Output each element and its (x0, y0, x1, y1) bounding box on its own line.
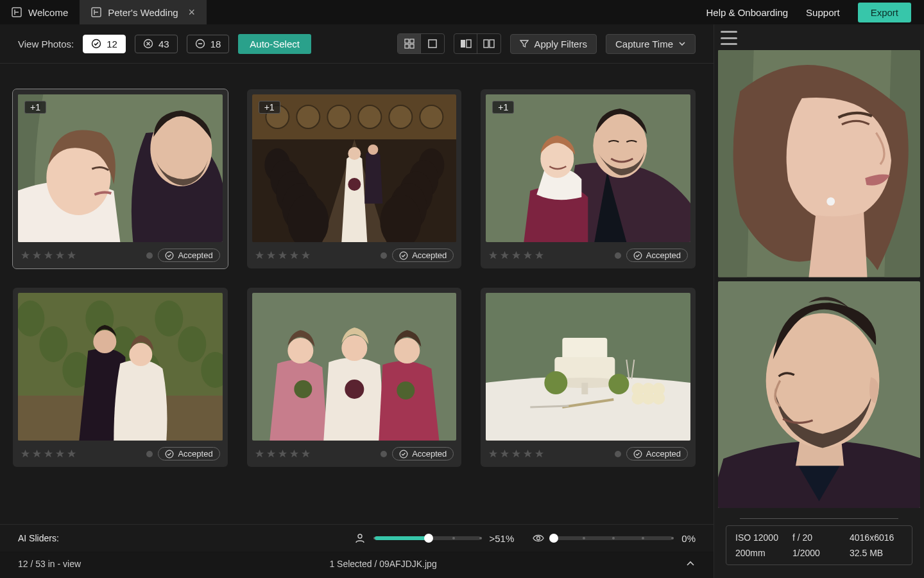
person-threshold-slider[interactable] (375, 536, 481, 540)
svg-point-56 (93, 330, 116, 353)
status-label: Accepted (412, 250, 447, 260)
photo-thumbnail[interactable]: +1 (18, 94, 223, 242)
svg-point-60 (287, 338, 313, 363)
rating-stars[interactable] (255, 449, 311, 459)
check-circle-icon (165, 251, 174, 260)
detail-image-2[interactable] (718, 281, 920, 509)
svg-point-81 (358, 534, 362, 538)
svg-point-65 (397, 381, 415, 399)
app-logo-icon (12, 7, 22, 17)
photo-card[interactable]: +1 Accepted (481, 89, 696, 268)
status-badge[interactable]: Accepted (392, 447, 454, 460)
photo-thumbnail[interactable]: +1 (252, 94, 457, 242)
svg-point-62 (341, 335, 367, 361)
check-circle-icon (91, 39, 101, 49)
meta-shutter: 1/2000 (792, 548, 846, 558)
check-circle-icon (399, 251, 408, 260)
apply-filters-label: Apply Filters (534, 39, 587, 49)
photo-thumbnail[interactable]: +1 (486, 94, 690, 242)
svg-point-39 (368, 144, 378, 155)
close-icon[interactable]: × (189, 6, 196, 19)
svg-rect-7 (405, 44, 409, 48)
single-view-icon[interactable] (421, 34, 444, 53)
check-circle-icon (399, 450, 408, 459)
status-badge[interactable]: Accepted (626, 249, 688, 262)
rating-stars[interactable] (488, 250, 544, 260)
tab-welcome-label: Welcome (28, 7, 68, 18)
photo-thumbnail[interactable] (486, 293, 690, 441)
color-label-dot[interactable] (146, 252, 153, 259)
photo-card[interactable]: Accepted (247, 288, 462, 467)
eye-icon (532, 532, 545, 544)
status-label: Accepted (178, 449, 212, 459)
visibility-value: 0% (681, 533, 696, 544)
svg-point-53 (155, 301, 183, 337)
status-badge[interactable]: Accepted (158, 447, 219, 460)
svg-rect-10 (461, 40, 465, 48)
color-label-dot[interactable] (146, 451, 153, 457)
detail-image-1[interactable] (718, 50, 920, 277)
auto-select-button[interactable]: Auto-Select (238, 34, 311, 54)
meta-size: 32.5 MB (850, 548, 903, 558)
meta-aperture: f / 20 (792, 532, 846, 543)
person-icon (354, 532, 366, 544)
help-link[interactable]: Help & Onboarding (706, 7, 789, 18)
status-badge[interactable]: Accepted (158, 249, 219, 262)
compare-toggle (454, 33, 501, 54)
export-button[interactable]: Export (858, 3, 911, 22)
svg-point-48 (39, 326, 67, 362)
photo-card[interactable]: +1 Accepted (247, 89, 462, 268)
stack-count-badge: +1 (492, 101, 514, 114)
photo-card[interactable]: +1 Accepted (13, 89, 228, 268)
svg-point-84 (826, 197, 835, 206)
app-logo-icon (91, 7, 101, 17)
filter-rejected[interactable]: 43 (135, 35, 178, 53)
filter-accepted[interactable]: 12 (83, 35, 126, 53)
check-circle-icon (633, 450, 642, 459)
status-badge[interactable]: Accepted (392, 249, 454, 262)
photo-thumbnail[interactable] (252, 293, 457, 441)
color-label-dot[interactable] (615, 252, 621, 259)
view-photos-label: View Photos: (18, 39, 74, 49)
svg-point-82 (537, 537, 540, 540)
view-mode-toggle (397, 33, 445, 54)
compare-split-icon[interactable] (477, 34, 501, 53)
grid-view-icon[interactable] (398, 34, 421, 53)
accepted-count: 12 (107, 39, 117, 49)
photo-card[interactable]: Accepted (13, 288, 228, 467)
svg-point-24 (389, 105, 412, 128)
svg-point-64 (394, 338, 420, 363)
status-badge[interactable]: Accepted (626, 447, 688, 460)
color-label-dot[interactable] (381, 252, 387, 259)
support-link[interactable]: Support (806, 7, 840, 18)
chevron-up-icon[interactable] (685, 559, 696, 569)
color-label-dot[interactable] (615, 451, 621, 457)
chevron-down-icon (678, 40, 686, 48)
metadata-box: ISO 12000 f / 20 4016x6016 200mm 1/2000 … (726, 525, 912, 565)
svg-point-23 (358, 105, 381, 128)
filter-icon (520, 39, 529, 48)
rating-stars[interactable] (21, 250, 76, 260)
svg-point-72 (545, 371, 568, 394)
photo-thumbnail[interactable] (18, 293, 223, 441)
compare-left-icon[interactable] (454, 34, 477, 53)
panel-menu-icon[interactable] (721, 31, 737, 45)
svg-point-38 (348, 178, 361, 191)
svg-point-79 (653, 392, 665, 405)
visibility-slider[interactable] (554, 536, 672, 540)
svg-point-63 (345, 380, 364, 399)
apply-filters-button[interactable]: Apply Filters (510, 34, 597, 54)
tab-welcome[interactable]: Welcome (0, 0, 80, 24)
sort-dropdown[interactable]: Capture Time (606, 34, 696, 54)
color-label-dot[interactable] (381, 451, 387, 457)
svg-point-25 (420, 105, 443, 128)
rating-stars[interactable] (255, 250, 311, 260)
stack-count-badge: +1 (24, 101, 46, 114)
ai-sliders-label: AI Sliders: (18, 533, 59, 543)
rating-stars[interactable] (488, 449, 544, 459)
tab-project[interactable]: Peter's Wedding × (80, 0, 207, 24)
minus-circle-icon (195, 39, 205, 49)
rating-stars[interactable] (21, 449, 76, 459)
photo-card[interactable]: Accepted (481, 288, 696, 467)
filter-pending[interactable]: 18 (187, 35, 230, 53)
